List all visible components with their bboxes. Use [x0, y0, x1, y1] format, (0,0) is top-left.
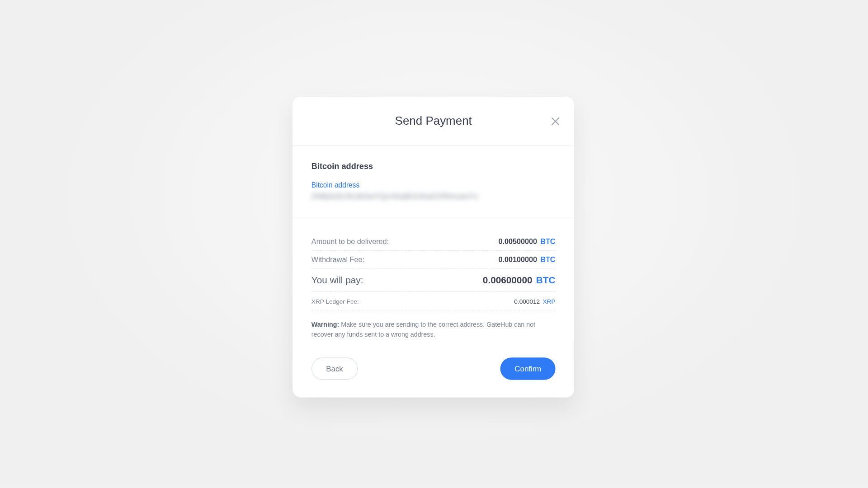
modal-header: Send Payment [292, 97, 574, 146]
total-label: You will pay: [311, 275, 363, 285]
amount-label: Amount to be delivered: [311, 237, 389, 245]
modal-title: Send Payment [395, 114, 472, 128]
warning-text: Warning: Make sure you are sending to th… [311, 319, 556, 339]
address-field-label: Bitcoin address [311, 181, 556, 189]
row-ledger-fee: XRP Ledger Fee: 0.000012 XRP [311, 292, 556, 311]
summary-section: Amount to be delivered: 0.00500000 BTC W… [292, 217, 574, 397]
fee-label: Withdrawal Fee: [311, 256, 364, 264]
warning-body: Make sure you are sending to the correct… [311, 321, 535, 338]
address-section: Bitcoin address Bitcoin address 2N8j4zDr… [292, 146, 574, 217]
confirm-button[interactable]: Confirm [500, 357, 555, 380]
amount-value: 0.00500000 BTC [498, 237, 555, 245]
modal-actions: Back Confirm [311, 357, 556, 380]
address-value-obscured: 2N8j4zDr3hJbHwYQuVbaBJUAwGXRmvanYc [311, 192, 556, 200]
back-button[interactable]: Back [311, 357, 358, 380]
row-amount: Amount to be delivered: 0.00500000 BTC [311, 233, 556, 251]
row-total: You will pay: 0.00600000 BTC [311, 269, 556, 292]
address-heading: Bitcoin address [311, 161, 556, 171]
warning-label: Warning: [311, 321, 339, 328]
ledger-fee-value: 0.000012 XRP [514, 298, 555, 305]
send-payment-modal: Send Payment Bitcoin address Bitcoin add… [292, 97, 574, 398]
fee-value: 0.00100000 BTC [498, 256, 555, 264]
close-icon[interactable] [550, 116, 561, 127]
ledger-fee-label: XRP Ledger Fee: [311, 298, 359, 305]
page-background: Send Payment Bitcoin address Bitcoin add… [0, 0, 868, 488]
row-withdrawal-fee: Withdrawal Fee: 0.00100000 BTC [311, 251, 556, 269]
total-value: 0.00600000 BTC [483, 275, 556, 285]
